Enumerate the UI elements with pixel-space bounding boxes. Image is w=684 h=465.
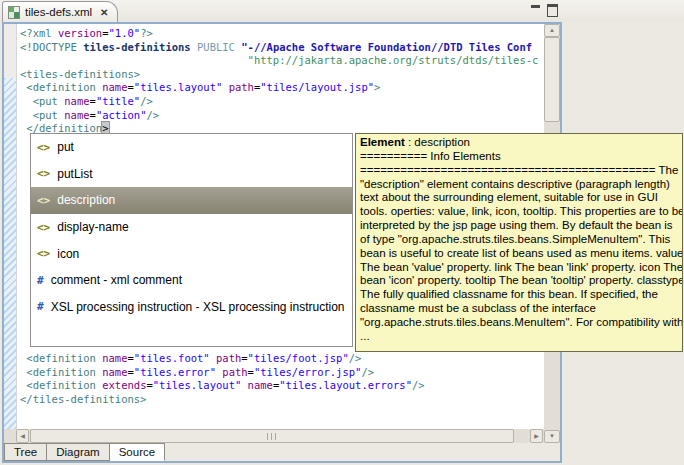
code-block-bottom: <definition name="tiles.foot" path="tile… xyxy=(20,352,425,406)
tooltip-line: ========== Info Elements xyxy=(360,150,682,164)
code-line: <put name="title"/> xyxy=(20,95,538,109)
code-line: <tiles-definitions> xyxy=(20,68,538,82)
editor-tab-title: tiles-defs.xml xyxy=(25,6,92,18)
element-icon: <> xyxy=(37,221,50,234)
thumb-grip xyxy=(267,433,277,440)
tooltip-line: bean is useful to create list of beans u… xyxy=(360,247,682,261)
directive-icon: # xyxy=(37,300,44,313)
scroll-up-icon[interactable]: ▲ xyxy=(544,24,560,37)
tooltip-line: text about the surrounding element, suit… xyxy=(360,191,682,205)
view-toolbar xyxy=(531,4,558,17)
completion-item-XSL[interactable]: #XSL processing instruction - XSL proces… xyxy=(31,294,352,321)
completion-item-label: display-name xyxy=(57,220,128,234)
element-icon: <> xyxy=(37,194,50,207)
tooltip-line: bean 'icon' property. tooltip The bean '… xyxy=(360,274,682,288)
page-tab-diagram[interactable]: Diagram xyxy=(47,443,109,461)
code-line: "http://jakarta.apache.org/struts/dtds/t… xyxy=(20,54,538,68)
tooltip-line: "description" element contains descripti… xyxy=(360,178,682,192)
code-line: <definition name="tiles.foot" path="tile… xyxy=(20,352,425,366)
tooltip-line: classname must be a subclass of the inte… xyxy=(360,302,682,316)
completion-item-label: comment - xml comment xyxy=(51,273,182,287)
directive-icon: # xyxy=(37,274,44,287)
completion-item-label: put xyxy=(57,140,74,154)
minimize-icon[interactable] xyxy=(531,4,540,13)
completion-item-comment[interactable]: #comment - xml comment xyxy=(31,267,352,294)
tooltip-line: The bean 'value' property. link The bean… xyxy=(360,261,682,275)
tooltip-line: of type "org.apache.struts.tiles.beans.S… xyxy=(360,233,682,247)
editor-page-tabs: Tree Diagram Source xyxy=(4,443,560,461)
content-assist-popup: <>put<>putList<>description<>display-nam… xyxy=(30,133,353,347)
completion-item-label: icon xyxy=(57,247,79,261)
element-icon: <> xyxy=(37,167,50,180)
close-icon[interactable]: ✕ xyxy=(100,7,108,18)
completion-item-label: putList xyxy=(57,167,92,181)
doc-tooltip: Element : description ========== Info El… xyxy=(355,133,683,352)
completion-item-icon[interactable]: <>icon xyxy=(31,240,352,267)
completion-item-putList[interactable]: <>putList xyxy=(31,161,352,188)
tooltip-title-value: : description xyxy=(405,136,470,148)
scroll-down-icon[interactable]: ▼ xyxy=(544,430,560,443)
tooltip-line: The fully qualified classname for this b… xyxy=(360,288,682,302)
tooltip-line: "org.apache.struts.tiles.beans.MenuItem"… xyxy=(360,316,682,330)
maximize-icon[interactable] xyxy=(547,4,558,17)
code-block-top: <?xml version="1.0"?><!DOCTYPE tiles-def… xyxy=(20,27,538,136)
vertical-scroll-thumb[interactable] xyxy=(544,37,560,122)
tooltip-line: ... xyxy=(360,330,682,344)
code-line: <definition name="tiles.error" path="til… xyxy=(20,366,425,380)
completion-item-put[interactable]: <>put xyxy=(31,134,352,161)
completion-item-label: description xyxy=(57,193,115,207)
code-line: <!DOCTYPE tiles-definitions PUBLIC "-//A… xyxy=(20,41,538,55)
code-line: <?xml version="1.0"?> xyxy=(20,27,538,41)
horizontal-scrollbar[interactable]: ◀ ▶ xyxy=(4,429,544,443)
quickdiff-changed-region xyxy=(4,78,16,429)
code-line: <definition name="tiles.layout" path="ti… xyxy=(20,81,538,95)
scroll-left-icon[interactable]: ◀ xyxy=(16,429,29,443)
scroll-right-icon[interactable]: ▶ xyxy=(530,429,543,443)
horizontal-scroll-thumb[interactable] xyxy=(30,429,514,443)
completion-item-display-name[interactable]: <>display-name xyxy=(31,214,352,241)
element-icon: <> xyxy=(37,247,50,260)
tooltip-line: interpreted by the jsp page using them. … xyxy=(360,219,682,233)
element-icon: <> xyxy=(37,141,50,154)
tooltip-line: tools. operties: value, link, icon, tool… xyxy=(360,205,682,219)
annotation-ruler[interactable] xyxy=(4,24,17,429)
completion-item-description[interactable]: <>description xyxy=(31,187,352,214)
completion-item-label: XSL processing instruction - XSL process… xyxy=(51,300,345,314)
code-line: <definition extends="tiles.layout" name=… xyxy=(20,379,425,393)
tooltip-title-label: Element xyxy=(360,136,405,148)
xml-file-icon xyxy=(8,6,20,19)
eclipse-editor-window: tiles-defs.xml ✕ <?xml version="1.0"?><!… xyxy=(0,0,684,465)
tooltip-line: ========================================… xyxy=(360,164,682,178)
code-line: <put name="action"/> xyxy=(20,109,538,123)
tooltip-title: Element : description xyxy=(360,136,682,150)
editor-tab-tiles-defs[interactable]: tiles-defs.xml ✕ xyxy=(2,1,118,22)
editor-tab-bar: tiles-defs.xml ✕ xyxy=(0,0,684,22)
code-line: </tiles-definitions> xyxy=(20,393,425,407)
page-tab-source[interactable]: Source xyxy=(110,443,165,461)
page-tab-tree[interactable]: Tree xyxy=(4,443,47,461)
